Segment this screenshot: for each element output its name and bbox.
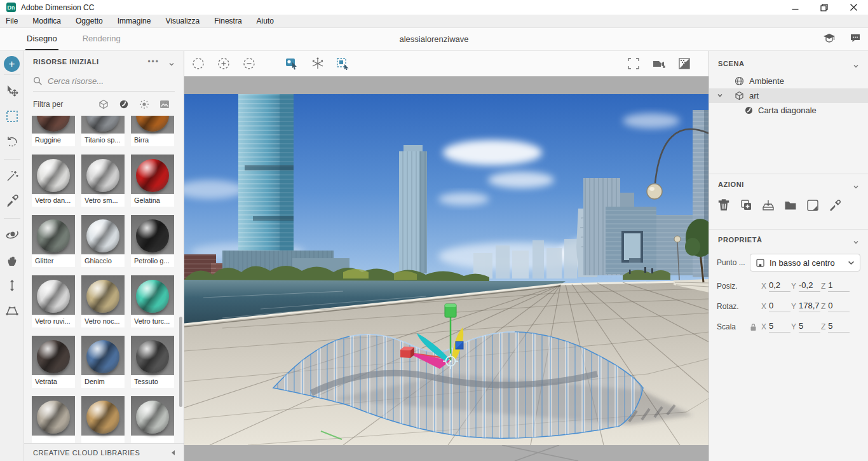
camera-bookmark-button[interactable]: [646, 51, 672, 76]
scene-item-art[interactable]: art: [709, 88, 868, 103]
material-item[interactable]: Titanio sp...: [81, 116, 125, 146]
scale-z-input[interactable]: 5: [828, 321, 850, 333]
material-item[interactable]: Glitter: [32, 215, 75, 267]
material-item[interactable]: Gelatina: [131, 155, 174, 207]
export-button[interactable]: [761, 198, 775, 212]
apply-material-button[interactable]: [806, 198, 820, 212]
selection-tool-button[interactable]: [186, 51, 211, 76]
restore-button[interactable]: [810, 0, 839, 15]
document-title: alessialorenziwave: [399, 34, 468, 44]
tab-rendering[interactable]: Rendering: [81, 28, 122, 50]
scale-y-input[interactable]: 5: [799, 321, 820, 333]
marquee-select-icon: [5, 109, 19, 123]
filter-materials-button[interactable]: [114, 99, 134, 109]
rotation-z-input[interactable]: 0: [828, 301, 850, 312]
close-button[interactable]: [839, 0, 868, 15]
eyedropper-tool[interactable]: [0, 189, 24, 213]
material-item[interactable]: Ruggine: [32, 116, 75, 146]
panel-collapse-icon[interactable]: [168, 58, 175, 65]
tab-disegno[interactable]: Disegno: [25, 28, 58, 50]
materials-grid[interactable]: Ruggine Titanio sp... Birra Vetro dan...…: [24, 116, 184, 443]
pan-tool[interactable]: [0, 248, 24, 272]
material-item[interactable]: Tessuto: [131, 336, 174, 388]
properties-collapse-icon[interactable]: [853, 237, 859, 243]
filter-models-button[interactable]: [93, 99, 114, 109]
rotate-tool[interactable]: [0, 130, 24, 154]
viewport-canvas[interactable]: [184, 76, 709, 461]
rotation-y-input[interactable]: 178,7: [799, 301, 820, 312]
add-content-button[interactable]: +: [4, 56, 20, 72]
material-item[interactable]: Vetro sm...: [81, 155, 125, 207]
subtract-selection-button[interactable]: [236, 51, 262, 76]
axis-x-label: X: [761, 282, 766, 291]
scene-item-carta-diagonale[interactable]: Carta diagonale: [709, 103, 868, 118]
add-selection-button[interactable]: [211, 51, 236, 76]
cc-libraries-footer[interactable]: CREATIVE CLOUD LIBRARIES: [24, 443, 184, 461]
marquee-content-icon: [336, 57, 350, 70]
material-item[interactable]: [131, 396, 174, 443]
render-preview-button[interactable]: [672, 51, 697, 76]
magic-wand-tool[interactable]: [0, 163, 24, 188]
group-folder-button[interactable]: [783, 198, 797, 212]
material-item[interactable]: Vetrata: [32, 336, 75, 388]
scale-x-input[interactable]: 5: [769, 321, 790, 333]
pivot-position-icon: [756, 258, 765, 268]
scene-item-ambiente[interactable]: Ambiente: [709, 74, 868, 88]
actions-collapse-icon[interactable]: [853, 181, 859, 188]
filter-lights-button[interactable]: [134, 99, 154, 109]
fullscreen-preview-button[interactable]: [621, 51, 646, 76]
menu-immagine[interactable]: Immagine: [118, 17, 151, 25]
position-y-input[interactable]: -0,2: [799, 280, 820, 292]
scene-item-label: art: [749, 91, 759, 100]
menu-finestra[interactable]: Finestra: [214, 17, 241, 25]
marquee-select-tool[interactable]: [0, 104, 24, 128]
material-item[interactable]: Denim: [81, 336, 125, 388]
menu-file[interactable]: File: [6, 17, 18, 25]
menu-oggetto[interactable]: Oggetto: [76, 17, 103, 25]
sample-material-button[interactable]: [828, 198, 842, 212]
delete-button[interactable]: [717, 198, 731, 212]
gizmo-z-handle[interactable]: [456, 341, 463, 349]
scale-lock-button[interactable]: [750, 323, 761, 331]
expand-chevron-icon[interactable]: [717, 91, 723, 100]
gizmo-x-handle[interactable]: [400, 347, 414, 358]
material-item[interactable]: Petrolio g...: [131, 215, 174, 267]
left-panel-scrollbar[interactable]: [179, 317, 182, 407]
scene-collapse-icon[interactable]: [853, 60, 859, 67]
pivot-select[interactable]: In basso al centro: [750, 254, 860, 272]
feedback-icon[interactable]: [850, 34, 860, 45]
material-item[interactable]: [81, 396, 125, 443]
horizon-tool[interactable]: [0, 299, 24, 323]
dolly-tool[interactable]: [0, 273, 24, 298]
material-item[interactable]: Vetro dan...: [32, 155, 75, 207]
filter-images-button[interactable]: [154, 100, 175, 109]
orbit-tool[interactable]: [0, 223, 24, 247]
magic-wand-icon: [5, 169, 19, 182]
magic-select-button[interactable]: [280, 51, 305, 76]
material-item[interactable]: Birra: [131, 116, 174, 146]
rotation-x-input[interactable]: 0: [769, 301, 790, 312]
actions-panel-title: AZIONI: [718, 181, 744, 188]
position-x-input[interactable]: 0,2: [769, 280, 790, 292]
learn-icon[interactable]: [824, 34, 835, 45]
material-item[interactable]: Ghiaccio: [81, 215, 125, 267]
search-assets-input[interactable]: Cerca risorse...: [33, 76, 175, 92]
material-item[interactable]: Vetro noc...: [81, 275, 125, 327]
environment-globe-icon: [735, 76, 744, 86]
panel-options-icon[interactable]: •••: [147, 57, 159, 66]
marquee-duplicate-button[interactable]: [330, 51, 356, 76]
material-item[interactable]: [32, 396, 75, 443]
duplicate-button[interactable]: [739, 198, 753, 212]
menu-modifica[interactable]: Modifica: [32, 17, 61, 25]
material-item[interactable]: Vetro turc...: [131, 275, 174, 327]
menu-aiuto[interactable]: Aiuto: [257, 17, 274, 25]
sample-orientation-button[interactable]: [305, 51, 330, 76]
position-z-input[interactable]: 1: [828, 280, 850, 292]
material-label: Birra: [131, 134, 174, 146]
material-sphere: [136, 116, 169, 132]
menu-visualizza[interactable]: Visualizza: [165, 17, 200, 25]
select-move-tool[interactable]: [0, 79, 24, 103]
material-item[interactable]: Vetro ruvi...: [32, 275, 75, 327]
gizmo-y-handle[interactable]: [445, 304, 456, 317]
minimize-button[interactable]: [780, 0, 810, 15]
